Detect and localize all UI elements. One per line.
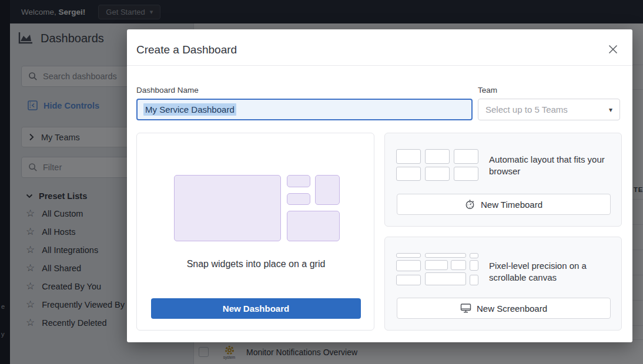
dashboard-name-input[interactable]: My Service Dashboard xyxy=(136,99,473,120)
chevron-down-icon: ▾ xyxy=(609,106,612,114)
app-window: e y Welcome, Sergei! Get Started ▾ TEAM xyxy=(0,0,643,364)
team-label: Team xyxy=(478,86,497,95)
create-dashboard-modal: Create a Dashboard Dashboard Name My Ser… xyxy=(127,29,632,342)
grid-card-caption: Snap widgets into place on a grid xyxy=(137,259,375,269)
close-button[interactable] xyxy=(607,43,619,56)
new-dashboard-button[interactable]: New Dashboard xyxy=(151,298,361,319)
monitor-icon xyxy=(460,303,471,314)
screenboard-card: Pixel-level precision on a scrollable ca… xyxy=(384,237,622,331)
new-screenboard-button[interactable]: New Screenboard xyxy=(397,298,611,319)
modal-title: Create a Dashboard xyxy=(136,43,237,56)
new-timeboard-button[interactable]: New Timeboard xyxy=(397,194,611,215)
team-select-placeholder: Select up to 5 Teams xyxy=(485,105,568,114)
new-timeboard-label: New Timeboard xyxy=(481,200,542,210)
screenboard-caption: Pixel-level precision on a scrollable ca… xyxy=(489,260,609,283)
grid-dashboard-card: Snap widgets into place on a grid New Da… xyxy=(136,133,374,331)
close-icon xyxy=(608,44,618,55)
timeboard-caption: Automatic layout that fits your browser xyxy=(489,154,621,177)
dashboard-name-value: My Service Dashboard xyxy=(143,103,236,116)
team-select[interactable]: Select up to 5 Teams ▾ xyxy=(478,99,620,120)
dashboard-name-label: Dashboard Name xyxy=(136,86,199,95)
timeboard-card: Automatic layout that fits your browser … xyxy=(384,133,622,227)
stopwatch-icon xyxy=(465,199,475,210)
modal-header-divider xyxy=(127,65,632,66)
new-screenboard-label: New Screenboard xyxy=(477,304,547,314)
